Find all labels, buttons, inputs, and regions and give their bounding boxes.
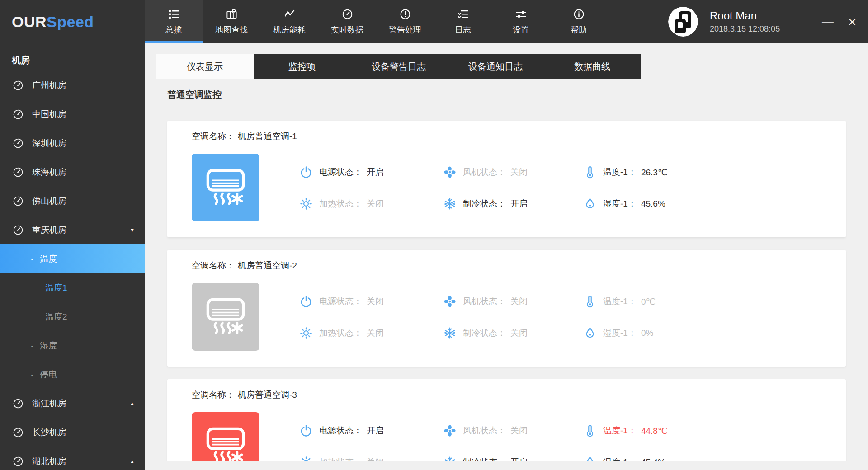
sidebar-item-label: 长沙机房 bbox=[32, 427, 66, 438]
sidebar-item[interactable]: · 温度1 bbox=[0, 273, 145, 302]
sidebar-item[interactable]: · 湿度 bbox=[0, 331, 145, 360]
stat-value: 关闭 bbox=[367, 327, 384, 339]
sidebar-item[interactable]: · 浙江机房 ▲ bbox=[0, 389, 145, 418]
close-button[interactable]: × bbox=[840, 0, 864, 43]
stat-value: 关闭 bbox=[510, 296, 528, 307]
stat-label: 加热状态： bbox=[319, 327, 362, 339]
bullet-icon: · bbox=[30, 253, 34, 265]
tab[interactable]: 设备警告日志 bbox=[350, 54, 447, 79]
ac-unit-icon bbox=[200, 291, 251, 342]
stat-label: 加热状态： bbox=[319, 456, 362, 461]
ac-unit-tile bbox=[192, 283, 259, 351]
sidebar-item-label: 停电 bbox=[40, 369, 57, 381]
sidebar-item-label: 湖北机房 bbox=[32, 456, 66, 467]
sidebar-item[interactable]: · 中国机房 bbox=[0, 100, 145, 129]
alert-icon bbox=[399, 8, 411, 20]
stat-value: 45.6% bbox=[641, 199, 665, 209]
nav-item-label: 机房能耗 bbox=[273, 24, 306, 35]
sidebar-item[interactable]: · 温度2 bbox=[0, 302, 145, 331]
nav-item[interactable]: 日志 bbox=[434, 0, 492, 43]
nav-item[interactable]: 地图查找 bbox=[203, 0, 260, 43]
heat-sun-icon bbox=[299, 456, 313, 461]
ac-stat: 电源状态： 关闭 bbox=[299, 294, 443, 309]
sidebar-item[interactable]: · 佛山机房 bbox=[0, 187, 145, 216]
heat-sun-icon bbox=[299, 197, 313, 211]
tab[interactable]: 监控项 bbox=[254, 54, 350, 79]
power-icon bbox=[299, 295, 313, 308]
nav-item-label: 警告处理 bbox=[389, 24, 421, 35]
ac-card-title: 空调名称：机房普通空调-1 bbox=[192, 131, 846, 142]
log-icon bbox=[457, 8, 469, 20]
ac-stat: 风机状态： 关闭 bbox=[443, 165, 583, 179]
heat-sun-icon bbox=[299, 326, 313, 340]
sidebar-item[interactable]: · 广州机房 bbox=[0, 71, 145, 100]
nav-item-label: 日志 bbox=[455, 24, 471, 35]
sidebar-item-label: 浙江机房 bbox=[32, 398, 66, 409]
sidebar-item[interactable]: · 深圳机房 bbox=[0, 129, 145, 158]
stat-label: 风机状态： bbox=[463, 296, 506, 307]
ac-name-label: 空调名称： bbox=[192, 261, 235, 270]
user-area: Root Man 2018.3.15 12:08:05 — × bbox=[668, 0, 868, 43]
ac-unit-tile bbox=[192, 412, 259, 461]
gauge-icon bbox=[12, 137, 24, 149]
sidebar-item-label: 重庆机房 bbox=[32, 224, 66, 236]
ac-stat: 湿度-1： 45.6% bbox=[583, 197, 667, 211]
expand-arrow-icon: ▲ bbox=[130, 401, 135, 406]
bullet-icon: · bbox=[30, 339, 34, 352]
tab[interactable]: 仪表显示 bbox=[156, 54, 254, 79]
nav-item[interactable]: 总揽 bbox=[145, 0, 203, 43]
nav-item-label: 设置 bbox=[513, 24, 529, 35]
nav-item[interactable]: 帮助 bbox=[550, 0, 608, 43]
ac-stat: 风机状态： 关闭 bbox=[443, 294, 583, 309]
stat-label: 风机状态： bbox=[463, 166, 506, 178]
scroll-viewport: 仪表显示 监控项 设备警告日志 设备通知日志 数据曲线 bbox=[145, 43, 868, 461]
nav-item-label: 总揽 bbox=[165, 24, 182, 35]
sidebar-item-label: 中国机房 bbox=[32, 108, 66, 120]
thermometer-icon bbox=[583, 165, 597, 179]
stat-value: 0% bbox=[641, 328, 653, 338]
sidebar-item[interactable]: · 停电 bbox=[0, 360, 145, 389]
nav-item[interactable]: 实时数据 bbox=[318, 0, 376, 43]
expand-arrow-icon: ▲ bbox=[130, 459, 135, 464]
sidebar-item[interactable]: · 重庆机房 ▼ bbox=[0, 216, 145, 244]
avatar-logo[interactable] bbox=[668, 7, 698, 37]
ac-card: 空调名称：机房普通空调-1 电源状态： bbox=[167, 121, 846, 237]
tab-bar: 仪表显示 监控项 设备警告日志 设备通知日志 数据曲线 bbox=[156, 54, 859, 79]
bullet-icon: · bbox=[30, 368, 34, 381]
humidity-drop-icon bbox=[583, 197, 597, 211]
nav-item-label: 地图查找 bbox=[215, 24, 248, 35]
main-content: 仪表显示 监控项 设备警告日志 设备通知日志 数据曲线 bbox=[145, 43, 868, 470]
stat-value: 26.3℃ bbox=[641, 167, 667, 178]
sidebar-item[interactable]: · 珠海机房 bbox=[0, 158, 145, 187]
tab[interactable]: 设备通知日志 bbox=[447, 54, 544, 79]
sidebar-item[interactable]: · 长沙机房 bbox=[0, 418, 145, 447]
tab-label: 设备通知日志 bbox=[468, 61, 523, 73]
tab[interactable]: 数据曲线 bbox=[544, 54, 641, 79]
ac-card-body: 电源状态： 开启 风机状态： 关闭 bbox=[192, 412, 846, 461]
ac-stats-grid: 电源状态： 开启 风机状态： 关闭 bbox=[299, 165, 667, 221]
ac-stat: 电源状态： 开启 bbox=[299, 165, 443, 179]
sidebar-item[interactable]: · 湖北机房 ▲ bbox=[0, 447, 145, 470]
nav-item[interactable]: 机房能耗 bbox=[260, 0, 318, 43]
ac-stat: 加热状态： 关闭 bbox=[299, 326, 443, 340]
humidity-drop-icon bbox=[583, 456, 597, 461]
power-icon bbox=[299, 424, 313, 437]
minimize-button[interactable]: — bbox=[816, 0, 840, 43]
ac-stat: 湿度-1： 0% bbox=[583, 326, 656, 340]
nav-item[interactable]: 警告处理 bbox=[376, 0, 434, 43]
gauge-icon bbox=[12, 80, 24, 91]
stat-label: 温度-1： bbox=[603, 425, 637, 437]
ac-stat: 温度-1： 44.8℃ bbox=[583, 423, 667, 438]
expand-arrow-icon: ▼ bbox=[130, 227, 135, 233]
ac-stat: 加热状态： 关闭 bbox=[299, 455, 443, 461]
fan-icon bbox=[443, 165, 457, 179]
stat-value: 开启 bbox=[367, 166, 384, 178]
ac-unit-tile bbox=[192, 154, 259, 221]
sidebar-item[interactable]: · 温度 bbox=[0, 244, 145, 273]
nav-item[interactable]: 设置 bbox=[492, 0, 550, 43]
ac-stat: 电源状态： 开启 bbox=[299, 423, 443, 438]
stat-label: 风机状态： bbox=[463, 425, 506, 437]
ac-stats-grid: 电源状态： 关闭 风机状态： 关闭 bbox=[299, 294, 656, 351]
ac-stat: 湿度-1： 45.4% bbox=[583, 455, 667, 461]
gauge-icon bbox=[12, 398, 24, 409]
